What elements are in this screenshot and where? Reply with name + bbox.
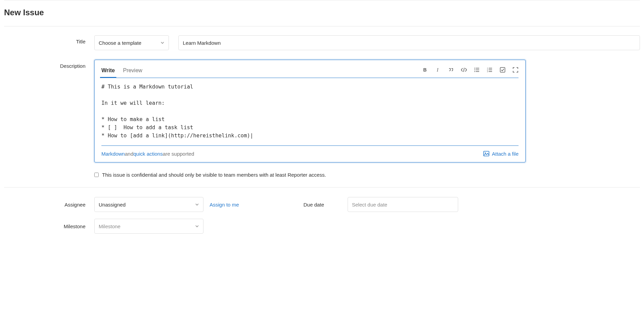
fullscreen-icon[interactable] (512, 67, 519, 73)
markdown-link[interactable]: Markdown (101, 151, 125, 157)
due-date-input[interactable]: Select due date (348, 197, 458, 212)
title-input[interactable] (183, 36, 636, 50)
assign-to-me-link[interactable]: Assign to me (210, 202, 239, 208)
svg-text:I: I (436, 67, 439, 73)
quick-actions-link[interactable]: quick actions (133, 151, 163, 157)
svg-point-4 (474, 70, 475, 70)
due-date-placeholder: Select due date (352, 202, 387, 208)
template-select-value: Choose a template (99, 40, 141, 46)
confidential-checkbox[interactable] (94, 173, 99, 177)
svg-point-6 (474, 71, 475, 72)
and-text: and (125, 151, 133, 157)
supported-text: are supported (163, 151, 194, 157)
template-select[interactable]: Choose a template (94, 35, 169, 50)
task-list-icon[interactable] (500, 67, 506, 73)
italic-icon[interactable]: I (435, 67, 441, 73)
numbered-list-icon[interactable]: 123 (487, 67, 493, 73)
svg-text:B: B (423, 67, 427, 73)
svg-rect-13 (489, 71, 492, 72)
svg-rect-5 (476, 70, 479, 70)
quote-icon[interactable] (448, 67, 454, 73)
description-editor: Write Preview B I 123 (94, 60, 526, 162)
description-textarea[interactable] (101, 83, 519, 140)
milestone-select-value: Milestone (99, 223, 120, 229)
milestone-label: Milestone (4, 223, 94, 229)
image-icon (483, 151, 489, 157)
due-date-label: Due date (304, 202, 348, 208)
attach-file-label: Attach a file (492, 151, 519, 157)
tab-preview[interactable]: Preview (123, 65, 142, 78)
svg-point-2 (474, 68, 475, 69)
chevron-down-icon (195, 202, 199, 207)
assignee-label: Assignee (4, 202, 94, 208)
chevron-down-icon (195, 224, 199, 228)
attach-file-button[interactable]: Attach a file (483, 151, 519, 157)
chevron-down-icon (160, 41, 164, 45)
title-input-wrapper (178, 35, 640, 50)
bold-icon[interactable]: B (422, 67, 428, 73)
svg-rect-9 (489, 68, 492, 69)
tab-write[interactable]: Write (101, 65, 115, 78)
assignee-select[interactable]: Unassigned (94, 197, 203, 212)
svg-text:3: 3 (487, 71, 488, 73)
svg-rect-14 (500, 67, 505, 72)
milestone-select[interactable]: Milestone (94, 219, 203, 234)
code-icon[interactable] (461, 67, 467, 73)
bullet-list-icon[interactable] (474, 67, 480, 73)
page-heading: New Issue (4, 8, 640, 26)
assignee-select-value: Unassigned (99, 202, 125, 208)
svg-rect-3 (476, 68, 479, 69)
svg-rect-11 (489, 70, 492, 70)
description-label: Description (4, 60, 94, 69)
title-label: Title (4, 35, 94, 44)
confidential-label: This issue is confidential and should on… (102, 172, 326, 178)
svg-rect-7 (476, 71, 479, 72)
